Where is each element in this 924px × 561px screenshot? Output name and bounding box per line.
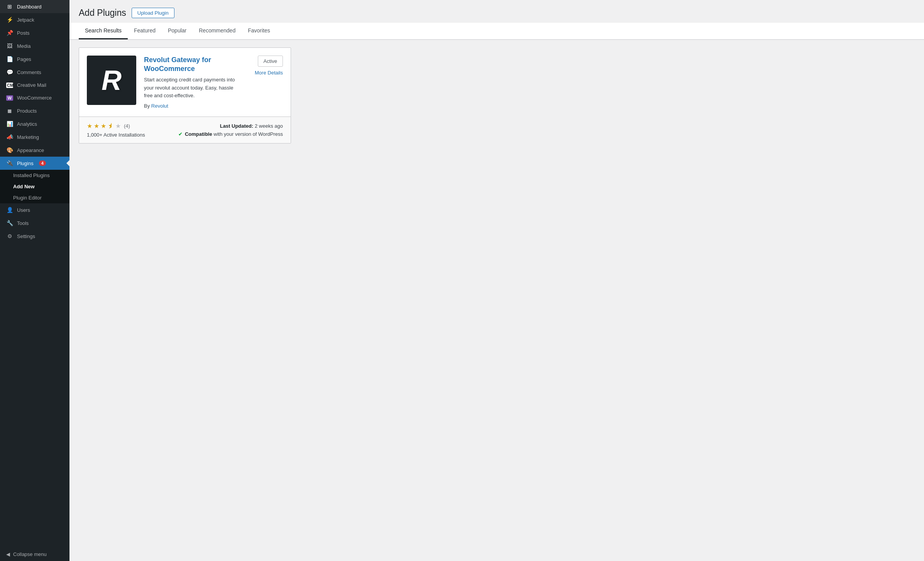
tab-featured[interactable]: Featured — [128, 23, 162, 39]
plugins-submenu: Installed Plugins Add New Plugin Editor — [0, 170, 69, 203]
active-status-button: Active — [258, 56, 283, 67]
plugin-meta-right: Last Updated: 2 weeks ago ✔ Compatible w… — [178, 123, 283, 137]
plugin-rating-stars: ★ ★ ★ ⯨ ★ (4) — [87, 122, 145, 130]
sidebar-item-settings[interactable]: ⚙ Settings — [0, 230, 69, 243]
submenu-installed-plugins[interactable]: Installed Plugins — [0, 170, 69, 181]
submenu-plugin-editor[interactable]: Plugin Editor — [0, 192, 69, 203]
sidebar-item-dashboard[interactable]: ⊞ Dashboard — [0, 0, 69, 13]
plugin-card-bottom: ★ ★ ★ ⯨ ★ (4) 1,000+ Active Installation… — [79, 117, 291, 143]
woocommerce-icon: W — [6, 95, 13, 101]
marketing-icon: 📣 — [6, 134, 13, 140]
settings-icon: ⚙ — [6, 233, 13, 239]
plugin-logo-letter: R — [102, 66, 122, 94]
collapse-icon: ◀ — [6, 551, 10, 557]
star-4: ⯨ — [108, 123, 114, 130]
tab-recommended[interactable]: Recommended — [193, 23, 242, 39]
sidebar-arrow — [66, 160, 69, 166]
tabs-bar: Search Results Featured Popular Recommen… — [69, 23, 924, 40]
products-icon: ◼ — [6, 108, 13, 114]
sidebar-item-woocommerce[interactable]: W WooCommerce — [0, 91, 69, 104]
appearance-icon: 🎨 — [6, 147, 13, 153]
plugin-card-top: R Revolut Gateway for WooCommerce Start … — [79, 48, 291, 117]
page-header: Add Plugins Upload Plugin — [69, 0, 924, 23]
sidebar: ⊞ Dashboard ⚡ Jetpack 📌 Posts 🖼 Media 📄 … — [0, 0, 69, 561]
plugin-card: R Revolut Gateway for WooCommerce Start … — [79, 47, 291, 144]
submenu-add-new[interactable]: Add New — [0, 181, 69, 192]
plugin-description: Start accepting credit card payments int… — [144, 76, 240, 100]
sidebar-item-jetpack[interactable]: ⚡ Jetpack — [0, 13, 69, 26]
star-3: ★ — [101, 122, 106, 130]
plugin-name: Revolut Gateway for WooCommerce — [144, 56, 240, 74]
last-updated: Last Updated: 2 weeks ago — [178, 123, 283, 129]
sidebar-item-creative-mail[interactable]: CM Creative Mail — [0, 79, 69, 91]
sidebar-item-comments[interactable]: 💬 Comments — [0, 66, 69, 79]
star-2: ★ — [94, 122, 99, 130]
sidebar-item-appearance[interactable]: 🎨 Appearance — [0, 144, 69, 157]
collapse-menu-button[interactable]: ◀ Collapse menu — [0, 547, 69, 561]
sidebar-item-media[interactable]: 🖼 Media — [0, 39, 69, 52]
check-icon: ✔ — [178, 131, 183, 137]
creative-mail-icon: CM — [6, 83, 13, 88]
upload-plugin-button[interactable]: Upload Plugin — [132, 8, 174, 18]
sidebar-item-products[interactable]: ◼ Products — [0, 104, 69, 117]
comments-icon: 💬 — [6, 69, 13, 75]
users-icon: 👤 — [6, 207, 13, 213]
active-installs: 1,000+ Active Installations — [87, 132, 145, 138]
tools-icon: 🔧 — [6, 220, 13, 226]
rating-count: (4) — [124, 123, 130, 129]
analytics-icon: 📊 — [6, 121, 13, 127]
plugin-logo: R — [87, 56, 136, 105]
main-content: Add Plugins Upload Plugin Search Results… — [69, 0, 924, 561]
plugins-icon: 🔌 — [6, 160, 13, 166]
dashboard-icon: ⊞ — [6, 3, 13, 10]
sidebar-item-analytics[interactable]: 📊 Analytics — [0, 117, 69, 130]
plugin-author-link[interactable]: Revolut — [151, 103, 168, 109]
sidebar-item-plugins[interactable]: 🔌 Plugins 4 — [0, 157, 69, 170]
sidebar-item-users[interactable]: 👤 Users — [0, 203, 69, 216]
tab-search-results[interactable]: Search Results — [79, 23, 128, 39]
plugin-author: By Revolut — [144, 103, 240, 109]
posts-icon: 📌 — [6, 30, 13, 36]
sidebar-item-tools[interactable]: 🔧 Tools — [0, 216, 69, 230]
star-5: ★ — [115, 122, 121, 130]
plugins-badge: 4 — [39, 161, 46, 166]
page-title: Add Plugins — [79, 8, 126, 18]
sidebar-item-posts[interactable]: 📌 Posts — [0, 26, 69, 39]
sidebar-item-pages[interactable]: 📄 Pages — [0, 52, 69, 66]
media-icon: 🖼 — [6, 43, 13, 49]
pages-icon: 📄 — [6, 56, 13, 62]
more-details-link[interactable]: More Details — [255, 70, 283, 76]
star-1: ★ — [87, 122, 92, 130]
plugin-info: Revolut Gateway for WooCommerce Start ac… — [144, 56, 240, 109]
sidebar-item-marketing[interactable]: 📣 Marketing — [0, 130, 69, 144]
tab-favorites[interactable]: Favorites — [242, 23, 276, 39]
plugin-list-area: R Revolut Gateway for WooCommerce Start … — [69, 40, 924, 151]
jetpack-icon: ⚡ — [6, 17, 13, 23]
compatible: ✔ Compatible with your version of WordPr… — [178, 131, 283, 137]
plugin-meta-left: ★ ★ ★ ⯨ ★ (4) 1,000+ Active Installation… — [87, 122, 145, 138]
plugin-actions: Active More Details — [248, 56, 283, 76]
tab-popular[interactable]: Popular — [162, 23, 193, 39]
